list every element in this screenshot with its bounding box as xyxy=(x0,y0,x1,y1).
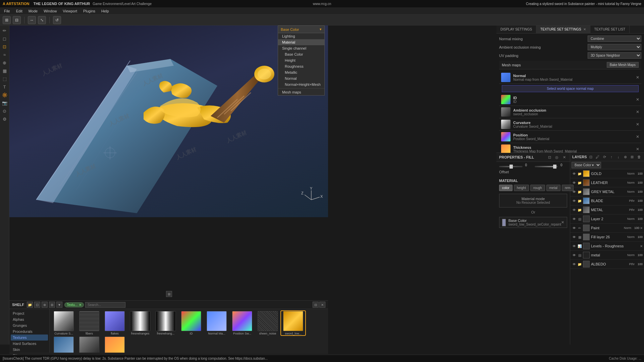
layer-metal-layer[interactable]: 👁 ▤ metal Norm 100 xyxy=(570,251,644,260)
layer-gold[interactable]: 👁 📁 GOLD Norm 100 xyxy=(570,169,644,178)
shelf-cat-skin[interactable]: Skin xyxy=(11,347,48,353)
dropdown-roughness[interactable]: Roughness xyxy=(278,63,324,69)
dropdown-height[interactable]: Height xyxy=(278,57,324,63)
tab-texture-set-settings[interactable]: TEXTURE SET SETTINGS ✕ xyxy=(536,25,590,33)
grid-view2-btn[interactable]: ⊟ xyxy=(13,16,21,24)
base-color-swatch[interactable] xyxy=(502,219,506,226)
sidebar-env[interactable]: 🔆 xyxy=(1,91,8,99)
layer-eye-layer2[interactable]: 👁 xyxy=(572,217,577,221)
select-world-normal-bar[interactable]: Select world space normal map xyxy=(502,85,639,92)
dropdown-mesh-maps[interactable]: Mesh maps xyxy=(278,89,324,95)
shelf-item-flakes[interactable]: flakes xyxy=(103,311,127,335)
shelf-item-sword-occ[interactable]: sword_occ... xyxy=(77,337,101,353)
props-icon1[interactable]: ⊡ xyxy=(546,154,552,160)
menu-file[interactable]: File xyxy=(1,8,13,14)
shelf-item-fresnelranges[interactable]: fresnelranges xyxy=(128,311,152,335)
mat-tab-height[interactable]: height xyxy=(514,185,529,191)
layer-eye-fill26[interactable]: 👁 xyxy=(572,235,577,239)
mat-tab-metal[interactable]: metal xyxy=(546,185,560,191)
props-icon2[interactable]: ◎ xyxy=(554,154,560,160)
sidebar-select[interactable]: ⬚ xyxy=(1,75,8,82)
sidebar-camera[interactable]: 📷 xyxy=(1,99,8,107)
mat-tab-rough[interactable]: rough xyxy=(530,185,545,191)
shelf-item-sheen-noise[interactable]: sheen_noise xyxy=(256,311,280,335)
tab-display-settings[interactable]: DISPLAY SETTINGS xyxy=(496,25,536,33)
base-color-close[interactable]: ✕ xyxy=(561,220,564,225)
sidebar-smudge[interactable]: ≈ xyxy=(1,51,8,58)
id-close-btn[interactable]: ✕ xyxy=(636,97,639,102)
shelf-item-sword1[interactable]: sword_low... xyxy=(281,311,305,335)
sidebar-eraser[interactable]: ◻ xyxy=(1,35,8,42)
layers-icon6[interactable]: ⊞ xyxy=(629,154,635,160)
sidebar-projection[interactable]: ⊡ xyxy=(1,43,8,50)
menu-plugins[interactable]: Plugins xyxy=(80,8,98,14)
layer-eye-leather[interactable]: 👁 xyxy=(572,181,577,185)
shelf-cat-procedurals[interactable]: Procedurals xyxy=(11,328,48,335)
menu-window[interactable]: Window xyxy=(41,8,59,14)
dropdown-base-color[interactable]: Base Color xyxy=(278,51,324,57)
menu-edit[interactable]: Edit xyxy=(13,8,25,14)
shelf-item-curvature[interactable]: Curvature S... xyxy=(52,311,76,335)
slider-track1[interactable] xyxy=(499,166,523,167)
shelf-item-fibers[interactable]: fibers xyxy=(77,311,101,335)
layer-eye-grey-metal[interactable]: 👁 xyxy=(572,190,577,194)
shelf-item-fresnelrang2[interactable]: fresnelrang... xyxy=(154,311,178,335)
layer-metal[interactable]: 👁 📁 METAL Pthr 100 xyxy=(570,205,644,215)
sidebar-fill[interactable]: ▦ xyxy=(1,67,8,74)
viewport-dropdown[interactable]: Base Color ▾ Lighting Material Single ch… xyxy=(278,25,325,96)
layers-icon1[interactable]: 🖊 xyxy=(595,154,601,160)
layer-eye-metal-layer[interactable]: 👁 xyxy=(572,253,577,257)
layer-eye-levels[interactable]: 👁 xyxy=(572,244,577,248)
layers-icon7[interactable]: 🗑 xyxy=(636,154,642,160)
shelf-cat-project[interactable]: Project xyxy=(11,310,48,316)
tool-btn3[interactable]: ↺ xyxy=(53,16,61,24)
dropdown-material[interactable]: Material xyxy=(278,39,324,45)
normal-mixing-select[interactable]: Combine xyxy=(588,36,641,42)
layer-x-paint[interactable]: ✕ xyxy=(640,226,643,230)
dropdown-header[interactable]: Base Color ▾ xyxy=(278,26,324,33)
mat-tab-color[interactable]: color xyxy=(499,185,513,191)
layer-grey-metal[interactable]: 👁 📁 GREY METAL Norm 100 xyxy=(570,187,644,196)
shelf-filter-close[interactable]: ✕ xyxy=(79,303,82,307)
dropdown-normal[interactable]: Normal xyxy=(278,75,324,81)
layer-leather[interactable]: 👁 📁 LEATHER Norm 100 xyxy=(570,178,644,187)
tab-texture-close[interactable]: ✕ xyxy=(583,27,586,31)
layer-eye-paint[interactable]: 👁 xyxy=(572,226,577,230)
sidebar-paint[interactable]: ✏ xyxy=(1,27,8,34)
dropdown-metallic[interactable]: Metallic xyxy=(278,69,324,75)
layer-eye-albedo[interactable]: 👁 xyxy=(572,262,577,266)
layer-fill26[interactable]: 👁 ▦ Fill layer 26 Norm 100 xyxy=(570,233,644,242)
menu-help[interactable]: Help xyxy=(99,8,112,14)
shelf-filter-btn[interactable]: ▼ xyxy=(56,302,62,308)
pos-close-btn[interactable]: ✕ xyxy=(636,134,639,139)
layer-blade[interactable]: 👁 📁 BLADE Pthr 100 xyxy=(570,196,644,205)
menu-mode[interactable]: Mode xyxy=(26,8,41,14)
sidebar-clone[interactable]: ⊕ xyxy=(1,59,8,66)
layer-layer2[interactable]: 👁 ▤ Layer 2 Norm 100 xyxy=(570,215,644,224)
bake-btn[interactable]: Bake Mesh Maps xyxy=(607,62,639,68)
layers-icon3[interactable]: ↑ xyxy=(608,154,614,160)
layer-albedo[interactable]: 👁 📁 ALBEDO Pthr 100 xyxy=(570,260,644,269)
ao-close-btn[interactable]: ✕ xyxy=(636,110,639,114)
normal-close-btn[interactable]: ✕ xyxy=(636,75,639,80)
sidebar-measure[interactable]: ⊙ xyxy=(1,107,8,115)
slider-track2[interactable] xyxy=(535,166,558,167)
menu-viewport[interactable]: Viewport xyxy=(60,8,80,14)
shelf-close-btn[interactable]: ✕ xyxy=(319,302,325,308)
layers-expand[interactable]: ⊡ xyxy=(588,154,594,160)
dropdown-normal-height-mesh[interactable]: Normal+Height+Mesh xyxy=(278,81,324,87)
shelf-item-sword2[interactable]: sword_low... xyxy=(52,337,76,353)
shelf-collapse-btn[interactable]: ⊟ xyxy=(313,302,319,308)
shelf-cat-textures[interactable]: Textures xyxy=(11,335,48,341)
shelf-grid-icon[interactable]: ⊞ xyxy=(166,291,172,297)
layers-icon4[interactable]: ↓ xyxy=(615,154,622,160)
shelf-btn2[interactable]: ⊡ xyxy=(34,302,40,308)
shelf-cat-hard-surfaces[interactable]: Hard Surfaces xyxy=(11,341,48,347)
sidebar-settings[interactable]: ⚙ xyxy=(1,115,8,123)
props-close[interactable]: ✕ xyxy=(561,154,567,160)
layers-blend-dropdown[interactable]: Base Color ▾ xyxy=(572,162,601,168)
shelf-btn1[interactable]: 📁 xyxy=(27,302,33,308)
uv-padding-select[interactable]: 3D Space Neighbor xyxy=(588,52,641,59)
layer-eye-blade[interactable]: 👁 xyxy=(572,199,577,203)
layer-eye-metal[interactable]: 👁 xyxy=(572,208,577,212)
